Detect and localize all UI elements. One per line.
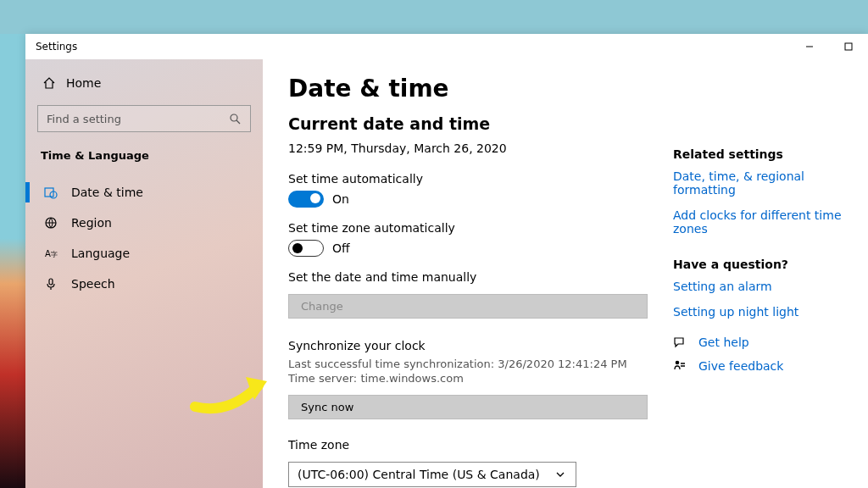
set-time-auto-state: On xyxy=(332,192,349,206)
sidebar-nav: Date & time Region A字 Language xyxy=(37,177,251,299)
link-regional-formatting[interactable]: Date, time, & regional formatting xyxy=(673,169,843,197)
set-tz-auto-toggle-row: Off xyxy=(288,240,648,257)
sync-last-label: Last successful time synchronization: 3/… xyxy=(288,358,648,370)
chat-icon xyxy=(673,336,687,349)
window-title: Settings xyxy=(36,41,77,53)
current-datetime-value: 12:59 PM, Thursday, March 26, 2020 xyxy=(288,141,648,155)
search-input[interactable]: Find a setting xyxy=(37,105,251,132)
page-title: Date & time xyxy=(288,75,648,103)
sidebar-home-label: Home xyxy=(66,76,101,90)
sidebar-item-region[interactable]: Region xyxy=(37,208,251,238)
sync-server-label: Time server: time.windows.com xyxy=(288,372,648,385)
content-column: Date & time Current date and time 12:59 … xyxy=(288,75,648,488)
sidebar-item-label: Language xyxy=(71,247,130,260)
main-area: Date & time Current date and time 12:59 … xyxy=(263,59,868,488)
link-setting-alarm[interactable]: Setting an alarm xyxy=(673,280,843,293)
svg-rect-9 xyxy=(49,279,53,285)
link-add-clocks[interactable]: Add clocks for different time zones xyxy=(673,208,843,236)
sidebar-item-speech[interactable]: Speech xyxy=(37,269,251,299)
sidebar-item-label: Region xyxy=(71,216,112,230)
set-time-auto-toggle[interactable] xyxy=(288,191,324,208)
sync-heading: Synchronize your clock xyxy=(288,339,648,352)
svg-point-10 xyxy=(676,361,680,365)
sidebar-item-date-time[interactable]: Date & time xyxy=(37,177,251,208)
sidebar-item-language[interactable]: A字 Language xyxy=(37,238,251,269)
change-button[interactable]: Change xyxy=(288,294,648,319)
set-tz-auto-label: Set time zone automatically xyxy=(288,221,648,235)
have-question-heading: Have a question? xyxy=(673,258,843,271)
svg-text:字: 字 xyxy=(51,251,58,258)
set-manual-label: Set the date and time manually xyxy=(288,270,648,284)
set-tz-auto-state: Off xyxy=(332,241,350,255)
calendar-clock-icon xyxy=(44,186,58,199)
search-placeholder: Find a setting xyxy=(47,113,121,125)
desktop-wallpaper-edge xyxy=(0,34,25,488)
link-night-light[interactable]: Setting up night light xyxy=(673,305,843,319)
timezone-value: (UTC-06:00) Central Time (US & Canada) xyxy=(298,468,540,481)
sidebar-home[interactable]: Home xyxy=(37,68,251,98)
sidebar-section-label: Time & Language xyxy=(37,139,251,167)
svg-rect-4 xyxy=(45,188,53,197)
give-feedback-link[interactable]: Give feedback xyxy=(673,359,843,373)
sidebar-item-label: Date & time xyxy=(71,186,143,199)
get-help-label: Get help xyxy=(698,336,749,349)
timezone-label: Time zone xyxy=(288,438,648,452)
set-time-auto-label: Set time automatically xyxy=(288,172,648,186)
settings-window: Settings Home Find a setting xyxy=(25,34,868,488)
minimize-button[interactable] xyxy=(790,34,829,59)
window-body: Home Find a setting Time & Language Date… xyxy=(25,59,868,488)
search-icon xyxy=(228,112,242,125)
set-time-auto-toggle-row: On xyxy=(288,191,648,208)
give-feedback-label: Give feedback xyxy=(698,359,783,373)
set-tz-auto-toggle[interactable] xyxy=(288,240,324,257)
aside-column: Related settings Date, time, & regional … xyxy=(673,75,843,488)
window-controls xyxy=(790,34,868,59)
globe-icon xyxy=(44,216,58,230)
title-bar: Settings xyxy=(25,34,868,59)
svg-text:A: A xyxy=(45,249,51,258)
sync-now-button[interactable]: Sync now xyxy=(288,395,648,419)
maximize-button[interactable] xyxy=(829,34,868,59)
svg-rect-1 xyxy=(845,43,852,50)
current-datetime-heading: Current date and time xyxy=(288,114,648,133)
language-icon: A字 xyxy=(44,247,58,260)
chevron-down-icon xyxy=(554,468,567,481)
related-settings-heading: Related settings xyxy=(673,147,843,161)
timezone-dropdown[interactable]: (UTC-06:00) Central Time (US & Canada) xyxy=(288,462,576,487)
get-help-link[interactable]: Get help xyxy=(673,336,843,349)
home-icon xyxy=(42,76,56,90)
sidebar: Home Find a setting Time & Language Date… xyxy=(25,59,263,488)
svg-point-2 xyxy=(231,114,237,121)
feedback-icon xyxy=(673,359,687,373)
sidebar-item-label: Speech xyxy=(71,277,115,291)
svg-line-3 xyxy=(236,120,240,124)
microphone-icon xyxy=(44,277,58,291)
